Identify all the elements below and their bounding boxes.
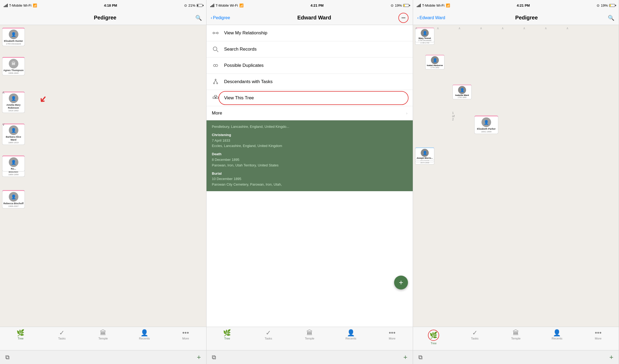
- menu-view-relationship[interactable]: View My Relationship: [207, 25, 413, 41]
- pedigree-tree-3: 👤 George Ward 1748-1847 👤 Elizabeth Hard…: [413, 25, 619, 327]
- svg-rect-14: [215, 95, 217, 97]
- tab-tree-1[interactable]: 🌿 Tree: [0, 329, 41, 340]
- search-button-1[interactable]: 🔍: [195, 15, 202, 21]
- tab-recents-3[interactable]: 👤 Recents: [536, 329, 577, 340]
- expand-gen2b[interactable]: ∨: [2, 122, 5, 126]
- signal-icon-2: [210, 4, 214, 7]
- more-button-2[interactable]: •••: [398, 13, 408, 23]
- svg-line-11: [216, 80, 217, 83]
- tab-tasks-3[interactable]: ✓ Tasks: [454, 329, 495, 340]
- avatar: 👤: [482, 117, 491, 127]
- p3-isabella-ward-g2[interactable]: 👤 Isabella Ward 1795-1860: [452, 85, 472, 99]
- avatar: 👤: [458, 86, 466, 94]
- fab-button-2[interactable]: +: [394, 276, 408, 289]
- menu-search-records[interactable]: Search Records: [207, 41, 413, 58]
- temple-icon-3: 🏛: [513, 330, 519, 336]
- status-bar-3: T-Mobile Wi-Fi 📶 4:21 PM ⊙ 19%: [413, 0, 619, 11]
- tab-tasks-1[interactable]: ✓ Tasks: [41, 329, 83, 340]
- time-3: 4:21 PM: [517, 3, 530, 7]
- tab-recents-2[interactable]: 👤 Recents: [330, 329, 371, 340]
- svg-point-5: [213, 64, 216, 67]
- spouse-count: 1 of 2: [452, 111, 455, 121]
- person-ro[interactable]: 👤 Ro...: [2, 156, 25, 171]
- person-barbara-ward[interactable]: 👤 Barbara Alice Ward 1865-1919: [2, 124, 25, 145]
- tab-more-1[interactable]: ••• More: [165, 329, 206, 340]
- tab-more-2[interactable]: ••• More: [371, 329, 413, 340]
- death-date: 8 December 1895: [212, 157, 407, 163]
- back-button-2[interactable]: ‹ Pedigree: [211, 15, 230, 20]
- tree-icon-3: 🌿: [428, 330, 439, 341]
- tab-recents-1[interactable]: 👤 Recents: [124, 329, 165, 340]
- avatar: 👤: [9, 192, 18, 202]
- menu-label-more: More: [212, 111, 222, 116]
- pedigree-tree-1: 👤 Ann Simpson 1762-1838 👤 William Ward 1…: [0, 25, 206, 327]
- tasks-icon-3: ✓: [472, 330, 478, 336]
- person-agnes-thompson[interactable]: 🏛 Agnes Thompson 1808-1840: [2, 57, 25, 75]
- panel-2: T-Mobile Wi-Fi 📶 4:21 PM ⊙ 19% ‹ Pedigre…: [207, 0, 413, 364]
- back-chevron-2: ‹: [211, 15, 212, 20]
- tab-temple-3[interactable]: 🏛 Temple: [495, 329, 536, 340]
- svg-point-9: [217, 83, 218, 84]
- tree-icon-1: 🌿: [17, 330, 25, 336]
- menu-view-this-tree[interactable]: View This Tree: [207, 90, 413, 106]
- status-carrier-3: T-Mobile Wi-Fi 📶: [417, 3, 450, 7]
- menu-more[interactable]: More ›: [207, 106, 413, 120]
- signal-icon-3: [417, 4, 421, 7]
- tab-temple-2[interactable]: 🏛 Temple: [289, 329, 330, 340]
- menu-descendants-tasks[interactable]: Descendants with Tasks: [207, 74, 413, 90]
- copy-button-1[interactable]: ⧉: [5, 354, 10, 361]
- tab-temple-1[interactable]: 🏛 Temple: [83, 329, 124, 340]
- burial-place: Parowan City Cemetery, Parowan, Iron, Ut…: [212, 182, 407, 187]
- wifi-icon-3: 📶: [446, 3, 450, 7]
- tab-tree-3[interactable]: 🌿 Tree: [413, 329, 454, 345]
- more-dots-icon: •••: [402, 16, 406, 20]
- svg-line-4: [217, 50, 218, 52]
- location-icon-2: ⊙: [391, 3, 394, 7]
- avatar: 👤: [421, 149, 429, 157]
- search-button-3[interactable]: 🔍: [608, 15, 614, 21]
- duplicates-icon: [212, 62, 219, 69]
- christening-date: 7 April 1833: [212, 138, 407, 144]
- person-rebecca-bischoff[interactable]: 👤 Rebecca Bischoff 1906-2007: [2, 190, 25, 208]
- copy-button-3[interactable]: ⧉: [418, 354, 423, 361]
- search-icon-menu: [212, 46, 219, 53]
- tree-icon-2: 🌿: [223, 330, 231, 336]
- nav-title-3: Pedigree: [515, 15, 538, 21]
- person-amelia-robinson[interactable]: 👤 Amelia Mary Robinson 1819-1902: [2, 92, 25, 113]
- p3-isabel-harborne-g3[interactable]: 👤 Isabel Harborne 1776-1852: [425, 55, 444, 69]
- menu-label-descendants: Descendants with Tasks: [224, 79, 273, 84]
- avatar: 👤: [9, 30, 18, 39]
- action-bar-1: ⧉ +: [0, 350, 206, 364]
- panel-1: T-Mobile Wi-Fi 📶 4:18 PM ⊙ 21% Pedigree …: [0, 0, 207, 364]
- copy-button-2[interactable]: ⧉: [212, 354, 216, 361]
- tab-tree-2[interactable]: 🌿 Tree: [207, 329, 248, 340]
- info-section-2: Pendlebury, Lancashire, England, United …: [207, 120, 413, 191]
- p3-elizabeth-parker-g1[interactable]: 👤 Elizabeth Parker 1831-1909: [474, 116, 498, 134]
- svg-point-1: [217, 32, 218, 34]
- tree-area-3[interactable]: 👤 George Ward 1748-1847 👤 Elizabeth Hard…: [413, 25, 619, 327]
- status-carrier-2: T-Mobile Wi-Fi 📶: [210, 3, 244, 7]
- chevron-right-icon: ›: [406, 111, 407, 115]
- recents-icon-1: 👤: [140, 330, 148, 336]
- more-icon-1: •••: [182, 330, 189, 336]
- person-elizabeth-hunter[interactable]: 👤 Elisabeth Hunter 1764-Deceased: [2, 28, 25, 46]
- back-button-3[interactable]: ‹ Edward Ward: [417, 15, 445, 20]
- add-button-3[interactable]: +: [609, 353, 613, 361]
- p3-joseph-morris[interactable]: 👤 Joseph Morris...: [415, 148, 434, 160]
- wifi-icon-1: 📶: [33, 3, 37, 7]
- add-button-1[interactable]: +: [197, 353, 201, 361]
- add-button-2[interactable]: +: [403, 353, 407, 361]
- location-icon-1: ⊙: [184, 3, 187, 7]
- p3-gen1: 1 of 2 👤 Edward Ward 1833-1895 👤 Elizabe…: [474, 116, 476, 126]
- carrier-text-2: T-Mobile Wi-Fi: [216, 3, 238, 7]
- time-1: 4:18 PM: [104, 3, 117, 7]
- tab-bar-1: 🌿 Tree ✓ Tasks 🏛 Temple 👤 Recents ••• Mo…: [0, 327, 206, 350]
- battery-icon-3: [609, 4, 615, 7]
- carrier-text-1: T-Mobile Wi-Fi: [9, 3, 31, 7]
- panel-3: T-Mobile Wi-Fi 📶 4:21 PM ⊙ 19% ‹ Edward …: [413, 0, 619, 364]
- tab-tasks-2[interactable]: ✓ Tasks: [248, 329, 289, 340]
- tree-area-1[interactable]: 👤 Ann Simpson 1762-1838 👤 William Ward 1…: [0, 25, 206, 327]
- menu-possible-duplicates[interactable]: Possible Duplicates: [207, 58, 413, 74]
- expand-gen2[interactable]: ∧: [2, 90, 5, 95]
- tab-more-3[interactable]: ••• More: [578, 329, 619, 340]
